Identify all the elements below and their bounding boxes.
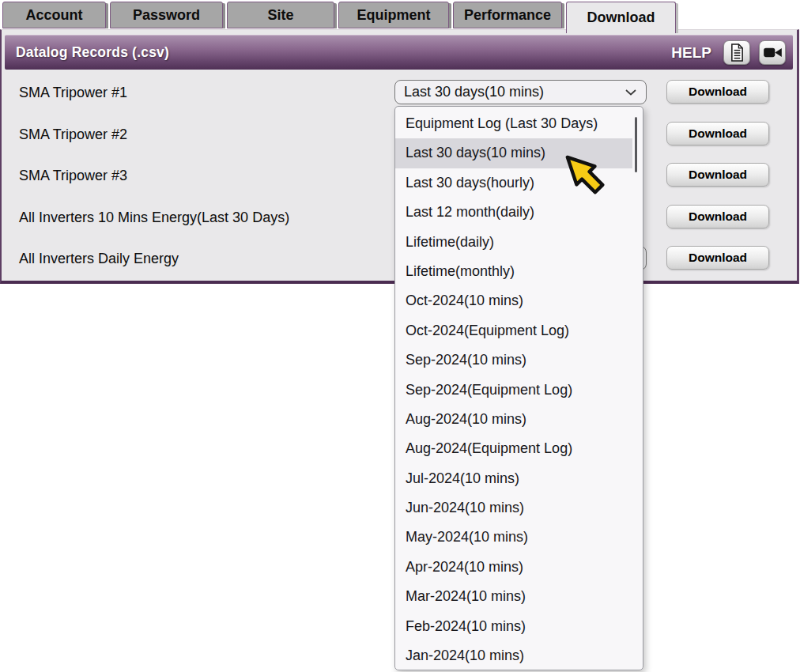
video-help-button[interactable] bbox=[759, 40, 786, 65]
download-button-row3[interactable]: Download bbox=[666, 163, 769, 187]
download-button-row4[interactable]: Download bbox=[666, 205, 769, 228]
tab-password[interactable]: Password bbox=[110, 2, 223, 28]
dropdown-option[interactable]: Sep-2024(Equipment Log) bbox=[395, 376, 632, 405]
range-select-row1[interactable]: Last 30 days(10 mins) bbox=[394, 80, 647, 104]
video-camera-icon bbox=[763, 46, 783, 59]
tab-account[interactable]: Account bbox=[2, 2, 106, 28]
tab-bar: Account Password Site Equipment Performa… bbox=[2, 2, 676, 33]
tab-equipment[interactable]: Equipment bbox=[338, 2, 449, 28]
download-button-row1[interactable]: Download bbox=[666, 80, 769, 104]
dropdown-option[interactable]: Sep-2024(10 mins) bbox=[395, 345, 632, 375]
download-button-row2[interactable]: Download bbox=[666, 122, 769, 145]
dropdown-option[interactable]: Oct-2024(10 mins) bbox=[395, 286, 632, 315]
dropdown-option[interactable]: Aug-2024(Equipment Log) bbox=[395, 434, 632, 463]
page: Account Password Site Equipment Performa… bbox=[0, 0, 800, 672]
dropdown-option[interactable]: Apr-2024(10 mins) bbox=[395, 553, 632, 582]
header-actions: HELP bbox=[671, 40, 793, 65]
dropdown-option[interactable]: Lifetime(monthly) bbox=[395, 257, 632, 286]
document-icon bbox=[730, 43, 745, 62]
dropdown-option[interactable]: Lifetime(daily) bbox=[395, 228, 632, 257]
help-link[interactable]: HELP bbox=[671, 44, 711, 62]
document-help-button[interactable] bbox=[723, 40, 750, 65]
dropdown-option[interactable]: Aug-2024(10 mins) bbox=[395, 405, 632, 434]
row-label-all-inverters-daily: All Inverters Daily Energy bbox=[19, 251, 179, 267]
row-label-all-inverters-10min: All Inverters 10 Mins Energy(Last 30 Day… bbox=[19, 210, 289, 226]
chevron-down-icon bbox=[625, 89, 636, 96]
dropdown-option[interactable]: Jan-2024(10 mins) bbox=[395, 641, 632, 670]
dropdown-option[interactable]: Jun-2024(10 mins) bbox=[395, 493, 632, 523]
dropdown-option[interactable]: Feb-2024(10 mins) bbox=[395, 612, 632, 641]
range-select-value: Last 30 days(10 mins) bbox=[395, 84, 544, 100]
panel-header: Datalog Records (.csv) HELP bbox=[5, 35, 793, 70]
dropdown-scrollbar[interactable] bbox=[635, 117, 637, 172]
dropdown-option[interactable]: Equipment Log (Last 30 Days) bbox=[395, 109, 632, 138]
tab-performance[interactable]: Performance bbox=[453, 2, 562, 28]
dropdown-option[interactable]: Mar-2024(10 mins) bbox=[395, 582, 632, 611]
row-label-tripower-1: SMA Tripower #1 bbox=[19, 85, 127, 101]
row-label-tripower-3: SMA Tripower #3 bbox=[19, 168, 127, 184]
dropdown-option[interactable]: Jul-2024(10 mins) bbox=[395, 464, 632, 493]
download-button-row5[interactable]: Download bbox=[666, 246, 769, 270]
tab-download[interactable]: Download bbox=[566, 2, 676, 33]
dropdown-option[interactable]: May-2024(10 mins) bbox=[395, 523, 632, 552]
row-label-tripower-2: SMA Tripower #2 bbox=[19, 126, 127, 143]
tab-site[interactable]: Site bbox=[227, 2, 334, 28]
cursor-arrow-icon bbox=[560, 150, 609, 202]
page-title: Datalog Records (.csv) bbox=[5, 44, 169, 61]
dropdown-option[interactable]: Oct-2024(Equipment Log) bbox=[395, 316, 632, 345]
